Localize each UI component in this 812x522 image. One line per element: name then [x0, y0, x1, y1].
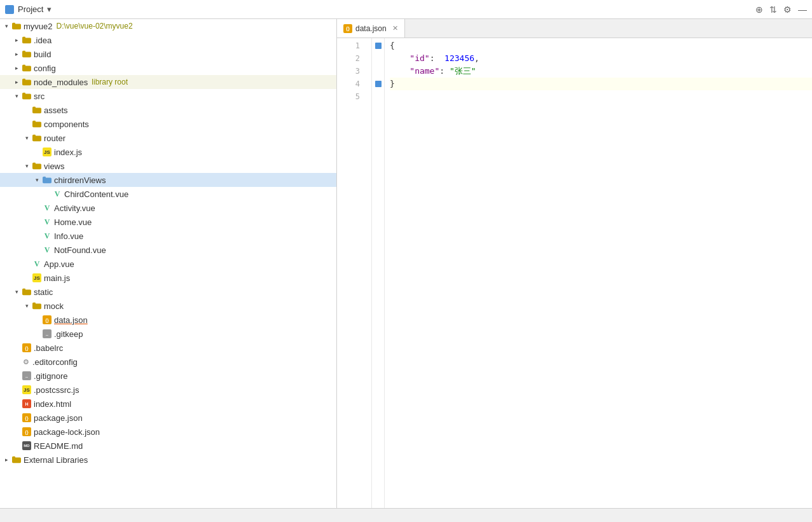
tree-item-mock[interactable]: mock	[0, 299, 336, 313]
tree-item-build[interactable]: build	[0, 47, 336, 61]
tree-item-views[interactable]: views	[0, 159, 336, 173]
js-file-icon-router-index: JS	[42, 147, 52, 157]
tree-item-assets[interactable]: assets	[0, 103, 336, 117]
sort-icon[interactable]: ⇅	[769, 4, 777, 15]
tree-item-node-modules[interactable]: node_modules library root	[0, 75, 336, 89]
tree-item-app-vue[interactable]: V App.vue	[0, 257, 336, 271]
code-line-2-value: 123456	[444, 52, 474, 65]
tree-item-readme-md[interactable]: MD README.md	[0, 439, 336, 453]
tree-item-static[interactable]: static	[0, 285, 336, 299]
tree-arrow-router-index-js	[32, 145, 42, 159]
assets-label: assets	[44, 106, 68, 115]
tree-arrow-home-vue	[32, 215, 42, 229]
gutter-2	[372, 52, 384, 65]
json-file-icon-package: {}	[22, 413, 32, 423]
code-line-3: "name": "张三"	[390, 65, 812, 78]
tree-arrow-editorconfig	[11, 355, 22, 369]
editor-tabs: {} data.json ✕	[337, 19, 812, 38]
tree-arrow-activity-vue	[32, 201, 42, 215]
vue-file-icon-activity: V	[42, 203, 52, 213]
tree-arrow-external-libs	[1, 453, 11, 467]
router-index-js-label: index.js	[54, 148, 82, 157]
tree-item-chird-content-vue[interactable]: V ChirdContent.vue	[0, 187, 336, 201]
tree-item-info-vue[interactable]: V Info.vue	[0, 229, 336, 243]
tree-arrow-chirdren-views	[32, 173, 42, 187]
folder-icon-external-libs	[11, 455, 22, 464]
tree-arrow-views	[22, 159, 32, 173]
file-icon-gitkeep: ..	[42, 329, 52, 339]
tree-item-postcssrc-js[interactable]: JS .postcssrc.js	[0, 383, 336, 397]
tree-arrow-package-lock-json	[11, 425, 22, 439]
folder-icon-mock	[32, 301, 42, 310]
tab-icon-data-json: {}	[343, 24, 352, 33]
tree-item-gitignore[interactable]: .. .gitignore	[0, 369, 336, 383]
tree-item-activity-vue[interactable]: V Activity.vue	[0, 201, 336, 215]
code-content[interactable]: { "id": 123456, "name": "张三" }	[385, 38, 812, 508]
tree-item-router[interactable]: router	[0, 131, 336, 145]
tree-item-router-index-js[interactable]: JS index.js	[0, 145, 336, 159]
folder-icon-myvue2	[11, 22, 22, 31]
tree-item-data-json[interactable]: {} data.json	[0, 313, 336, 327]
settings-icon[interactable]: ⚙	[783, 4, 792, 15]
node-modules-label: node_modules	[34, 78, 88, 87]
config-label: config	[34, 64, 56, 73]
vue-file-icon-notfound: V	[42, 245, 52, 255]
line-num-1: 1	[337, 39, 365, 52]
folder-icon-src	[22, 92, 32, 100]
myvue2-path: D:\vue\vue-02\myvue2	[57, 22, 133, 31]
folder-icon-node-modules	[22, 78, 32, 86]
tree-item-components[interactable]: components	[0, 117, 336, 131]
tree-item-gitkeep[interactable]: .. .gitkeep	[0, 327, 336, 341]
code-line-2: "id": 123456,	[390, 52, 812, 65]
tree-item-package-lock-json[interactable]: {} package-lock.json	[0, 425, 336, 439]
gear-file-icon-editorconfig: ⚙	[22, 357, 31, 366]
tree-item-external-libs[interactable]: External Libraries	[0, 453, 336, 467]
chird-content-vue-label: ChirdContent.vue	[64, 189, 128, 199]
title-bar-dropdown[interactable]: ▾	[47, 4, 52, 14]
chirdren-views-label: chirdrenViews	[54, 175, 106, 185]
gutter-column	[372, 38, 385, 508]
idea-label: .idea	[34, 36, 52, 45]
tree-arrow-components	[22, 117, 32, 131]
tree-item-package-json[interactable]: {} package.json	[0, 411, 336, 425]
tree-item-idea[interactable]: .idea	[0, 33, 336, 47]
tree-item-editorconfig[interactable]: ⚙ .editorconfig	[0, 355, 336, 369]
tree-arrow-babelrc	[11, 341, 22, 355]
tree-arrow-gitkeep	[32, 327, 42, 341]
tab-close-data-json[interactable]: ✕	[392, 24, 398, 32]
editor-tab-data-json[interactable]: {} data.json ✕	[337, 19, 405, 38]
title-bar-left: Project ▾	[5, 4, 52, 14]
app-vue-label: App.vue	[44, 259, 74, 269]
code-line-4-content: }	[390, 78, 395, 90]
tree-item-chirdren-views[interactable]: chirdrenViews	[0, 173, 336, 187]
md-file-icon-readme: MD	[22, 441, 32, 451]
title-bar: Project ▾ ⊕ ⇅ ⚙ —	[0, 0, 812, 19]
myvue2-label: myvue2	[24, 22, 53, 31]
html-file-icon-index: H	[22, 399, 32, 409]
tree-item-myvue2[interactable]: myvue2 D:\vue\vue-02\myvue2	[0, 19, 336, 33]
tree-item-babelrc[interactable]: {} .babelrc	[0, 341, 336, 355]
tree-arrow-readme-md	[11, 439, 22, 453]
tree-item-home-vue[interactable]: V Home.vue	[0, 215, 336, 229]
gutter-marker-4	[375, 81, 382, 87]
tree-item-main-js[interactable]: JS main.js	[0, 271, 336, 285]
json-file-icon-data: {}	[42, 315, 52, 325]
tree-arrow-package-json	[11, 411, 22, 425]
code-line-2-key: "id"	[390, 52, 430, 65]
gutter-1	[372, 39, 384, 52]
tree-arrow-build	[11, 47, 22, 61]
code-line-3-value: "张三"	[450, 65, 476, 78]
json-file-icon-package-lock: {}	[22, 427, 32, 437]
tree-item-src[interactable]: src	[0, 89, 336, 103]
package-json-label: package.json	[34, 413, 83, 423]
tree-item-notfound-vue[interactable]: V NotFound.vue	[0, 243, 336, 257]
tree-item-index-html[interactable]: H index.html	[0, 397, 336, 411]
tree-item-config[interactable]: config	[0, 61, 336, 75]
line-num-2: 2	[337, 52, 365, 65]
readme-md-label: README.md	[34, 441, 83, 451]
line-num-4: 4	[337, 78, 365, 90]
add-icon[interactable]: ⊕	[755, 4, 763, 15]
package-lock-json-label: package-lock.json	[34, 427, 100, 437]
minimize-icon[interactable]: —	[798, 4, 807, 15]
folder-icon-build	[22, 50, 32, 58]
